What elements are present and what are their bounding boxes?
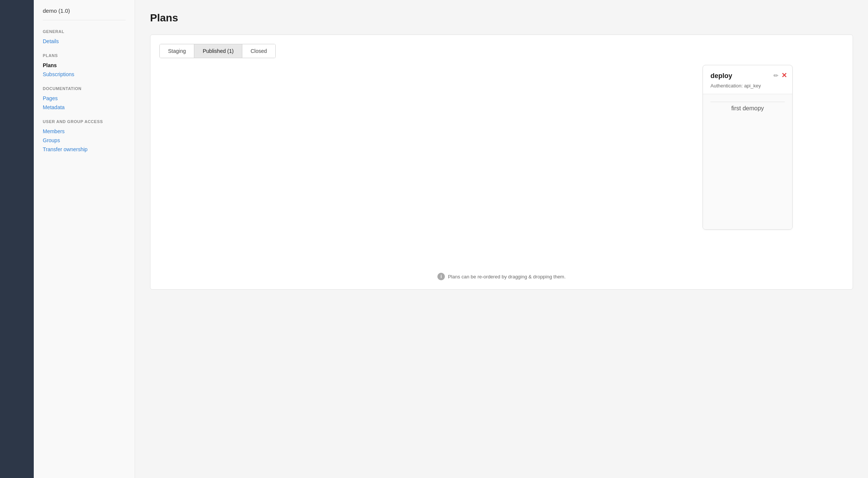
plan-card-body: first demopy	[703, 94, 792, 229]
sidebar-item-plans[interactable]: Plans	[43, 61, 126, 70]
sidebar-item-details[interactable]: Details	[43, 37, 126, 46]
sidebar-item-transfer-ownership[interactable]: Transfer ownership	[43, 145, 126, 154]
plan-card-header: deploy Authentication: api_key ✏ ✕	[703, 65, 792, 94]
plan-product-name: first demopy	[710, 102, 785, 112]
app-title: demo (1.0)	[43, 8, 126, 20]
delete-icon[interactable]: ✕	[781, 71, 787, 80]
dark-sidebar	[0, 0, 34, 478]
main-content: Plans Staging Published (1) Closed deplo…	[135, 0, 868, 478]
edit-icon[interactable]: ✏	[773, 72, 778, 79]
tabs-container: Staging Published (1) Closed	[159, 44, 276, 58]
info-icon: i	[437, 273, 445, 280]
page-title: Plans	[150, 12, 853, 24]
section-label-plans: Plans	[43, 53, 126, 58]
section-label-user-group-access: User and Group Access	[43, 119, 126, 124]
sidebar-item-metadata[interactable]: Metadata	[43, 103, 126, 112]
plan-auth-label: Authentication:	[710, 83, 743, 89]
tab-staging[interactable]: Staging	[160, 44, 194, 58]
tab-closed[interactable]: Closed	[242, 44, 275, 58]
plan-card-actions: ✏ ✕	[773, 71, 787, 80]
nav-sidebar: demo (1.0) General Details Plans Plans S…	[34, 0, 135, 478]
tab-published[interactable]: Published (1)	[194, 44, 242, 58]
plan-card-auth: Authentication: api_key	[710, 83, 785, 89]
section-label-general: General	[43, 29, 126, 34]
section-label-documentation: Documentation	[43, 86, 126, 91]
info-bar: i Plans can be re-ordered by dragging & …	[150, 273, 853, 280]
sidebar-item-pages[interactable]: Pages	[43, 94, 126, 103]
plan-card: deploy Authentication: api_key ✏ ✕ first…	[703, 65, 793, 230]
sidebar-item-groups[interactable]: Groups	[43, 136, 126, 145]
sidebar-item-members[interactable]: Members	[43, 127, 126, 136]
plans-panel: Staging Published (1) Closed deploy Auth…	[150, 35, 853, 290]
plan-auth-value: api_key	[744, 83, 761, 89]
sidebar-item-subscriptions[interactable]: Subscriptions	[43, 70, 126, 79]
info-text: Plans can be re-ordered by dragging & dr…	[448, 274, 566, 280]
